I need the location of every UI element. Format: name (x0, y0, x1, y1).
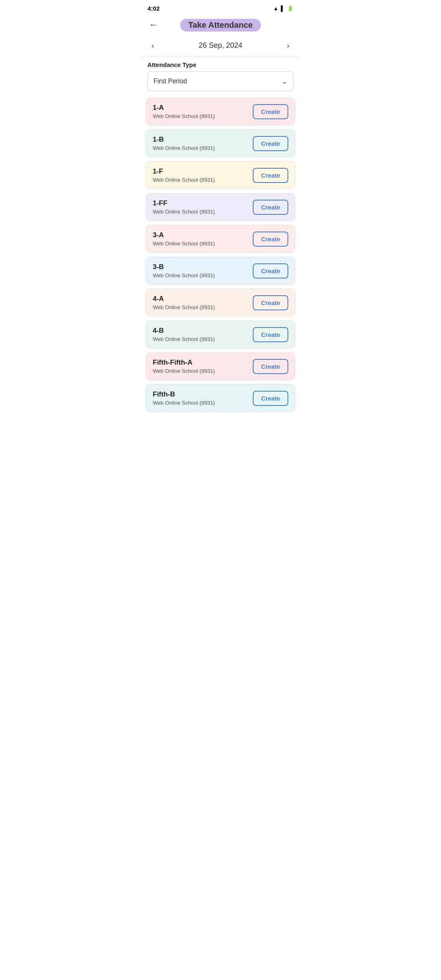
toolbar: ← Take Attendance (141, 15, 300, 35)
class-school: Web Online School (9931) (153, 145, 215, 151)
class-name: 3-B (153, 263, 215, 271)
create-button-4-B[interactable]: Create (253, 327, 288, 342)
attendance-type-label: Attendance Type (147, 61, 294, 68)
class-info: 1-BWeb Online School (9931) (153, 136, 215, 151)
class-item: 1-FFWeb Online School (9931)Create (146, 193, 295, 221)
create-button-1-F[interactable]: Create (253, 168, 288, 183)
attendance-type-value: First Period (154, 78, 187, 85)
class-item: 1-AWeb Online School (9931)Create (146, 98, 295, 125)
status-time: 4:02 (147, 5, 160, 12)
back-icon: ← (149, 20, 158, 30)
class-name: 1-FF (153, 199, 215, 207)
class-school: Web Online School (9931) (153, 272, 215, 278)
class-school: Web Online School (9931) (153, 209, 215, 215)
wifi-icon: ▲ (273, 5, 278, 11)
class-name: 4-A (153, 295, 215, 303)
class-item: 4-BWeb Online School (9931)Create (146, 321, 295, 348)
status-bar: 4:02 ▲ ▌ 🔋 (141, 0, 300, 15)
battery-icon: 🔋 (287, 5, 294, 11)
class-info: Fifth-BWeb Online School (9931) (153, 390, 215, 406)
create-button-1-FF[interactable]: Create (253, 200, 288, 215)
class-name: 4-B (153, 327, 215, 335)
class-item: Fifth-BWeb Online School (9931)Create (146, 384, 295, 412)
class-item: 3-BWeb Online School (9931)Create (146, 257, 295, 285)
create-button-3-B[interactable]: Create (253, 263, 288, 278)
class-info: 1-FFWeb Online School (9931) (153, 199, 215, 215)
chevron-left-icon: ‹ (151, 41, 154, 50)
class-info: 4-AWeb Online School (9931) (153, 295, 215, 310)
class-name: Fifth-B (153, 390, 215, 399)
class-school: Web Online School (9931) (153, 304, 215, 310)
class-item: 3-AWeb Online School (9931)Create (146, 225, 295, 253)
status-icons: ▲ ▌ 🔋 (273, 5, 294, 11)
attendance-type-section: Attendance Type First Period ⌄ (141, 56, 300, 94)
class-item: 4-AWeb Online School (9931)Create (146, 289, 295, 316)
class-info: 3-BWeb Online School (9931) (153, 263, 215, 278)
class-item: Fifth-Fifth-AWeb Online School (9931)Cre… (146, 352, 295, 380)
class-name: 3-A (153, 231, 215, 239)
dropdown-chevron-icon: ⌄ (281, 77, 287, 86)
class-school: Web Online School (9931) (153, 336, 215, 342)
class-school: Web Online School (9931) (153, 113, 215, 119)
class-info: 1-AWeb Online School (9931) (153, 104, 215, 119)
class-name: 1-F (153, 167, 215, 176)
class-info: 1-FWeb Online School (9931) (153, 167, 215, 183)
chevron-right-icon: › (287, 41, 290, 50)
create-button-Fifth-B[interactable]: Create (253, 391, 288, 406)
class-item: 1-BWeb Online School (9931)Create (146, 129, 295, 157)
next-date-button[interactable]: › (283, 39, 294, 52)
class-list: 1-AWeb Online School (9931)Create1-BWeb … (141, 94, 300, 416)
create-button-4-A[interactable]: Create (253, 295, 288, 310)
create-button-3-A[interactable]: Create (253, 232, 288, 247)
create-button-Fifth-Fifth-A[interactable]: Create (253, 359, 288, 374)
class-info: 4-BWeb Online School (9931) (153, 327, 215, 342)
class-item: 1-FWeb Online School (9931)Create (146, 161, 295, 189)
class-school: Web Online School (9931) (153, 177, 215, 183)
page-title: Take Attendance (180, 19, 261, 31)
signal-icon: ▌ (281, 5, 285, 11)
class-info: 3-AWeb Online School (9931) (153, 231, 215, 247)
create-button-1-B[interactable]: Create (253, 136, 288, 151)
class-info: Fifth-Fifth-AWeb Online School (9931) (153, 359, 215, 374)
class-name: Fifth-Fifth-A (153, 359, 215, 367)
class-name: 1-A (153, 104, 215, 112)
class-name: 1-B (153, 136, 215, 144)
current-date: 26 Sep, 2024 (158, 41, 283, 50)
create-button-1-A[interactable]: Create (253, 104, 288, 119)
attendance-type-dropdown[interactable]: First Period ⌄ (147, 71, 294, 91)
date-navigation: ‹ 26 Sep, 2024 › (141, 35, 300, 56)
back-button[interactable]: ← (147, 18, 160, 32)
class-school: Web Online School (9931) (153, 400, 215, 406)
class-school: Web Online School (9931) (153, 368, 215, 374)
class-school: Web Online School (9931) (153, 241, 215, 247)
prev-date-button[interactable]: ‹ (147, 39, 158, 52)
